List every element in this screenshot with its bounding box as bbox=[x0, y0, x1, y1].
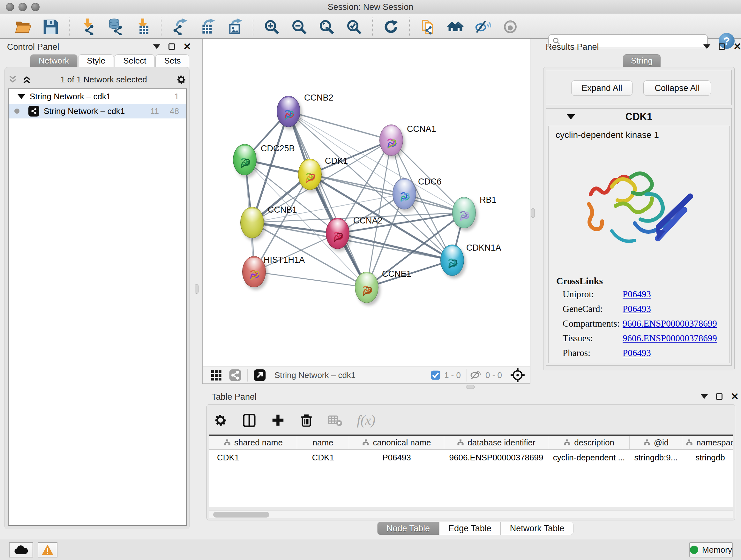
delete-column-trash-icon[interactable] bbox=[299, 413, 313, 428]
network-node-CCNA1[interactable] bbox=[380, 125, 403, 156]
add-column-icon[interactable] bbox=[271, 413, 285, 428]
zoom-in-icon[interactable] bbox=[262, 18, 281, 36]
tab-node-table[interactable]: Node Table bbox=[377, 522, 439, 535]
expand-all-icon[interactable] bbox=[22, 74, 31, 85]
tab-sets[interactable]: Sets bbox=[155, 54, 189, 67]
warnings-button[interactable] bbox=[38, 542, 57, 557]
network-node-CCNE1[interactable] bbox=[355, 272, 379, 303]
import-table-icon[interactable] bbox=[133, 18, 152, 36]
share-document-icon[interactable] bbox=[418, 18, 438, 36]
eye-icon[interactable] bbox=[500, 18, 520, 36]
string-home-icon[interactable] bbox=[446, 18, 465, 36]
show-columns-icon[interactable] bbox=[242, 413, 257, 428]
tab-network-table[interactable]: Network Table bbox=[501, 522, 574, 535]
grid-view-icon[interactable] bbox=[210, 369, 222, 381]
save-session-icon[interactable] bbox=[41, 18, 61, 36]
scrollbar-thumb[interactable] bbox=[213, 512, 269, 517]
zoom-fit-icon[interactable] bbox=[317, 18, 336, 36]
crosslink-link[interactable]: P06493 bbox=[623, 348, 651, 358]
network-canvas[interactable]: CCNB2CCNA1CDC25BCDK1CDC6RB1CCNB1CCNA2CDK… bbox=[203, 39, 530, 366]
cell-namespac[interactable]: stringdb bbox=[682, 453, 733, 462]
column-header-database-identifier[interactable]: database identifier bbox=[444, 436, 548, 449]
crosslink-link[interactable]: 9606.ENSP00000378699 bbox=[623, 318, 717, 329]
left-splitter-handle[interactable] bbox=[195, 284, 199, 294]
network-node-RB1[interactable] bbox=[452, 197, 476, 228]
memory-button[interactable]: Memory bbox=[689, 542, 733, 557]
node-label-CDC25B: CDC25B bbox=[261, 144, 295, 153]
gene-section-header[interactable]: CDK1 bbox=[546, 109, 731, 125]
import-network-icon[interactable] bbox=[78, 18, 98, 36]
expand-all-button[interactable]: Expand All bbox=[571, 80, 632, 96]
cell-shared-name[interactable]: CDK1 bbox=[209, 453, 297, 462]
collapse-section-icon[interactable] bbox=[567, 114, 575, 119]
table-horizontal-scrollbar[interactable] bbox=[209, 510, 733, 518]
network-options-gear-icon[interactable] bbox=[176, 74, 187, 85]
table-options-gear-icon[interactable] bbox=[213, 413, 228, 428]
selected-checkbox-icon[interactable] bbox=[430, 370, 441, 381]
tab-network[interactable]: Network bbox=[30, 54, 77, 67]
panel-close-icon[interactable]: ✕ bbox=[731, 393, 739, 400]
cell-name[interactable]: CDK1 bbox=[297, 453, 349, 462]
collapse-all-button[interactable]: Collapse All bbox=[643, 80, 711, 96]
node-table[interactable]: shared namenamecanonical namedatabase id… bbox=[209, 435, 733, 507]
network-node-CDC6[interactable] bbox=[393, 178, 416, 209]
right-splitter-handle[interactable] bbox=[531, 208, 535, 218]
open-session-icon[interactable] bbox=[13, 18, 33, 36]
tab-string[interactable]: String bbox=[623, 54, 661, 67]
table-row[interactable]: CDK1CDK1P064939606.ENSP00000378699cyclin… bbox=[209, 450, 733, 465]
crosslink-link[interactable]: 9606.ENSP00000378699 bbox=[623, 333, 717, 344]
column-header-description[interactable]: description bbox=[548, 436, 630, 449]
network-collection-row[interactable]: String Network – cdk1 1 bbox=[9, 89, 186, 104]
tree-expand-icon[interactable] bbox=[17, 94, 25, 99]
string-view-icon[interactable] bbox=[228, 368, 242, 382]
panel-float-icon[interactable] bbox=[719, 44, 725, 50]
column-header-namespac[interactable]: namespac bbox=[682, 436, 733, 449]
panel-float-icon[interactable] bbox=[716, 393, 723, 400]
crosslink-label: Tissues: bbox=[562, 333, 593, 344]
table-tabs: Node TableEdge TableNetwork Table bbox=[377, 522, 574, 535]
panel-minimize-icon[interactable] bbox=[153, 44, 160, 49]
export-network-icon[interactable] bbox=[170, 18, 190, 36]
collapse-all-icon[interactable] bbox=[8, 74, 17, 85]
crosslink-link[interactable]: P06493 bbox=[623, 304, 651, 314]
crosslink-link[interactable]: P06493 bbox=[623, 289, 651, 300]
panel-minimize-icon[interactable] bbox=[703, 44, 711, 49]
column-header-@id[interactable]: @id bbox=[630, 436, 682, 449]
tab-edge-table[interactable]: Edge Table bbox=[439, 522, 501, 535]
network-selection-status: 1 of 1 Network selected bbox=[31, 75, 176, 84]
birds-eye-view-icon[interactable] bbox=[253, 368, 267, 382]
fit-content-crosshair-icon[interactable] bbox=[510, 367, 526, 383]
cell-@id[interactable]: stringdb:9... bbox=[630, 453, 682, 462]
tab-select[interactable]: Select bbox=[115, 54, 155, 67]
hide-details-icon[interactable] bbox=[473, 18, 493, 36]
network-node-CDK1[interactable] bbox=[298, 159, 322, 190]
network-node-HIST1H1A[interactable] bbox=[242, 256, 266, 287]
network-node-CDC25B[interactable] bbox=[233, 144, 257, 175]
node-label-CCNE1: CCNE1 bbox=[382, 269, 411, 279]
panel-close-icon[interactable]: ✕ bbox=[733, 44, 741, 50]
cell-description[interactable]: cyclin-dependent ... bbox=[548, 453, 630, 462]
panel-close-icon[interactable]: ✕ bbox=[183, 44, 191, 50]
refresh-view-icon[interactable] bbox=[381, 18, 401, 36]
column-header-shared-name[interactable]: shared name bbox=[209, 436, 297, 449]
network-node-CCNA2[interactable] bbox=[326, 218, 349, 249]
network-row[interactable]: String Network – cdk1 11 48 bbox=[9, 104, 186, 118]
network-node-CCNB2[interactable] bbox=[277, 96, 300, 127]
panel-float-icon[interactable] bbox=[169, 44, 175, 50]
column-header-canonical-name[interactable]: canonical name bbox=[349, 436, 444, 449]
network-node-CDKN1A[interactable] bbox=[441, 245, 464, 276]
column-header-name[interactable]: name bbox=[297, 436, 349, 449]
export-image-icon[interactable] bbox=[225, 18, 245, 36]
panel-minimize-icon[interactable] bbox=[701, 394, 708, 399]
cell-canonical-name[interactable]: P06493 bbox=[349, 453, 444, 462]
network-node-CCNB1[interactable] bbox=[240, 207, 264, 238]
cell-database-identifier[interactable]: 9606.ENSP00000378699 bbox=[444, 453, 548, 462]
bottom-splitter-handle[interactable] bbox=[466, 385, 475, 389]
cloud-button[interactable] bbox=[9, 542, 33, 557]
export-table-icon[interactable] bbox=[197, 18, 217, 36]
import-network-database-icon[interactable] bbox=[105, 18, 125, 36]
tab-style[interactable]: Style bbox=[78, 54, 114, 67]
zoom-selected-icon[interactable] bbox=[344, 18, 364, 36]
zoom-out-icon[interactable] bbox=[289, 18, 309, 36]
node-label-CDK1: CDK1 bbox=[325, 156, 348, 166]
